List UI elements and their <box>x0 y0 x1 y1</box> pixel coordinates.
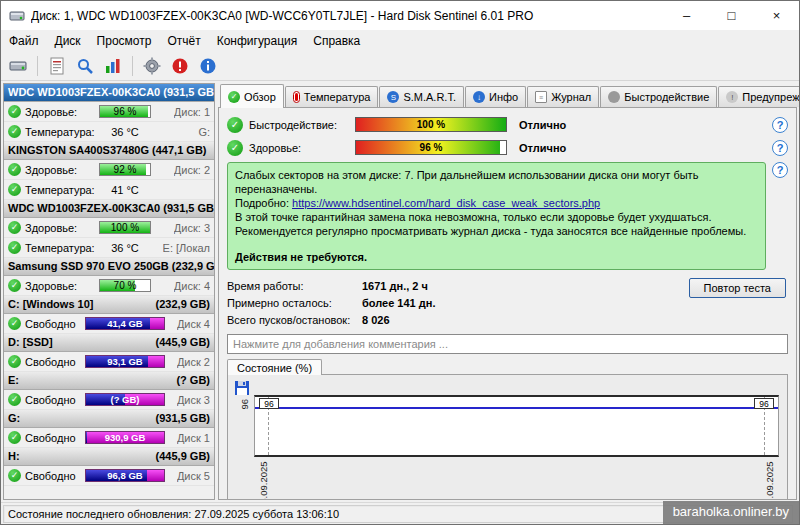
gauge-icon <box>608 91 620 103</box>
tab-smart[interactable]: SS.M.A.R.T. <box>379 86 464 107</box>
ok-check-icon: ✓ <box>227 140 243 156</box>
menu-help[interactable]: Справка <box>305 32 368 50</box>
free-space-bar: 930,9 GB <box>85 431 165 444</box>
help-icon[interactable]: ? <box>772 162 788 178</box>
partition-name: H: <box>8 450 20 465</box>
health-bar: 96 % <box>99 105 151 118</box>
disk-number: Диск 1 <box>177 432 210 444</box>
stat-value: 1671 дн., 2 ч <box>362 280 428 292</box>
maximize-button[interactable]: □ <box>709 1 754 30</box>
chart-plot-area: 96 96 <box>254 395 779 457</box>
alert-icon[interactable] <box>167 54 193 78</box>
free-ok-icon: ✓ <box>8 469 21 482</box>
disk-entry-4[interactable]: Samsung SSD 970 EVO 250GB (232,9 GB) ✓ З… <box>4 258 214 296</box>
menu-disk[interactable]: Диск <box>47 32 89 50</box>
disk-number: Диск 4 <box>177 318 210 330</box>
partition-name: E: <box>8 374 19 389</box>
health-history-chart: 96 96 96 25.09.2025 27.09.2025 ◀ ▶ <box>227 374 788 500</box>
save-chart-icon[interactable] <box>233 379 251 397</box>
disk-number: Диск: 4 <box>174 280 210 292</box>
hard-disk-icon[interactable] <box>5 54 31 78</box>
thermometer-icon <box>293 91 300 103</box>
health-label: Здоровье: <box>249 142 349 154</box>
disk-name[interactable]: KINGSTON SA400S37480G (447,1 GB) <box>4 142 214 160</box>
health-ok-icon: ✓ <box>8 105 21 118</box>
disk-name[interactable]: Samsung SSD 970 EVO 250GB (232,9 GB) <box>4 258 214 276</box>
partition-entry-h[interactable]: H:(445,9 GB) ✓ Свободно 96,8 GB Диск 5 <box>4 448 214 486</box>
performance-row: ✓ Быстродействие: 100 % Отлично ? <box>227 113 788 136</box>
info-icon[interactable] <box>195 54 221 78</box>
tab-warnings[interactable]: !Предупреждения <box>718 86 800 107</box>
free-ok-icon: ✓ <box>8 431 21 444</box>
disk-entry-2[interactable]: KINGSTON SA400S37480G (447,1 GB) ✓ Здоро… <box>4 142 214 200</box>
disk-name[interactable]: WDC WD1003FZEX-00K3CA0 (931,5 GB) <box>4 84 214 102</box>
drive-letter: E: [Локал <box>163 242 210 254</box>
chart-y-label: 96 <box>239 399 250 410</box>
tab-info[interactable]: ↓Инфо <box>465 86 526 107</box>
help-icon[interactable]: ? <box>772 140 788 156</box>
health-bar: 96 % <box>355 140 507 155</box>
retest-button[interactable]: Повтор теста <box>689 278 786 298</box>
health-ok-icon: ✓ <box>8 221 21 234</box>
report-document-icon[interactable] <box>44 54 70 78</box>
temp-label: Температура: <box>25 126 95 138</box>
stat-label: Примерно осталось: <box>227 297 362 309</box>
message-line: Слабых секторов на этом диске: 7. При да… <box>235 168 758 196</box>
health-ok-icon: ✓ <box>8 163 21 176</box>
disk-number: Диск: 1 <box>174 106 210 118</box>
chart-point-label: 96 <box>754 398 774 409</box>
settings-gear-icon[interactable] <box>139 54 165 78</box>
tab-overview[interactable]: ✓Обзор <box>220 84 284 108</box>
performance-bar: 100 % <box>355 117 507 132</box>
surface-chart-icon[interactable] <box>100 54 126 78</box>
minimize-button[interactable]: – <box>664 1 709 30</box>
tab-performance[interactable]: Быстродействие <box>600 86 717 107</box>
performance-label: Быстродействие: <box>249 119 349 131</box>
temp-ok-icon: ✓ <box>8 183 21 196</box>
message-line: Рекомендуется регулярно просматривать жу… <box>235 224 758 238</box>
health-row: ✓ Здоровье: 96 % Отлично ? <box>227 136 788 159</box>
close-button[interactable]: × <box>754 1 799 30</box>
comment-input[interactable] <box>227 334 788 354</box>
partition-size: (232,9 GB) <box>156 298 210 313</box>
health-line <box>255 407 778 409</box>
health-bar: 70 % <box>99 279 151 292</box>
tab-health-history[interactable]: Состояние (%) <box>227 359 322 375</box>
partition-entry-c[interactable]: C: [Windows 10](232,9 GB) ✓ Свободно 41,… <box>4 296 214 334</box>
disk-name[interactable]: WDC WD1003FZEX-00K3CA0 (931,5 GB) <box>4 200 214 218</box>
menu-report[interactable]: Отчёт <box>159 32 208 50</box>
disk-number: Диск: 3 <box>174 222 210 234</box>
ok-check-icon: ✓ <box>227 117 243 133</box>
tab-temperature[interactable]: Температура <box>285 86 379 107</box>
health-bar: 92 % <box>99 163 151 176</box>
disk-number: Диск 3 <box>177 394 210 406</box>
partition-entry-d[interactable]: D: [SSD](445,9 GB) ✓ Свободно 93,1 GB Ди… <box>4 334 214 372</box>
partition-entry-g[interactable]: G:(931,5 GB) ✓ Свободно 930,9 GB Диск 1 <box>4 410 214 448</box>
menu-bar: Файл Диск Просмотр Отчёт Конфигурация Сп… <box>1 30 799 51</box>
tab-journal[interactable]: ≡Журнал <box>527 86 599 107</box>
weak-sectors-link[interactable]: https://www.hdsentinel.com/hard_disk_cas… <box>292 197 600 209</box>
help-icon[interactable]: ? <box>772 117 788 133</box>
stat-value: более 141 дн. <box>362 297 435 309</box>
menu-view[interactable]: Просмотр <box>89 32 160 50</box>
menu-file[interactable]: Файл <box>1 32 47 50</box>
app-window: Диск: 1, WDC WD1003FZEX-00K3CA0 [WD-WCC6… <box>0 0 800 525</box>
disk-number: Диск 2 <box>177 356 210 368</box>
temp-value: 41 °C <box>99 184 151 196</box>
disk-entry-3[interactable]: WDC WD1003FZEX-00K3CA0 (931,5 GB) ✓ Здор… <box>4 200 214 258</box>
partition-entry-e[interactable]: E:(? GB) ✓ Свободно (? GB) Диск 3 <box>4 372 214 410</box>
partition-size: (931,5 GB) <box>156 412 210 427</box>
disk-entry-1[interactable]: WDC WD1003FZEX-00K3CA0 (931,5 GB) ✓ Здор… <box>4 84 214 142</box>
message-action: Действия не требуются. <box>235 250 758 264</box>
chart-tab-row: Состояние (%) <box>227 359 788 374</box>
search-magnifier-icon[interactable] <box>72 54 98 78</box>
disk-sidebar: WDC WD1003FZEX-00K3CA0 (931,5 GB) ✓ Здор… <box>3 83 215 500</box>
free-ok-icon: ✓ <box>8 393 21 406</box>
temp-value: 36 °C <box>99 242 151 254</box>
free-space-bar: 41,4 GB <box>85 317 165 330</box>
menu-configuration[interactable]: Конфигурация <box>209 32 306 50</box>
stat-value: 8 026 <box>362 314 390 326</box>
stat-label: Всего пусков/остановок: <box>227 314 362 326</box>
app-body: WDC WD1003FZEX-00K3CA0 (931,5 GB) ✓ Здор… <box>1 81 799 502</box>
journal-icon: ≡ <box>535 91 547 103</box>
